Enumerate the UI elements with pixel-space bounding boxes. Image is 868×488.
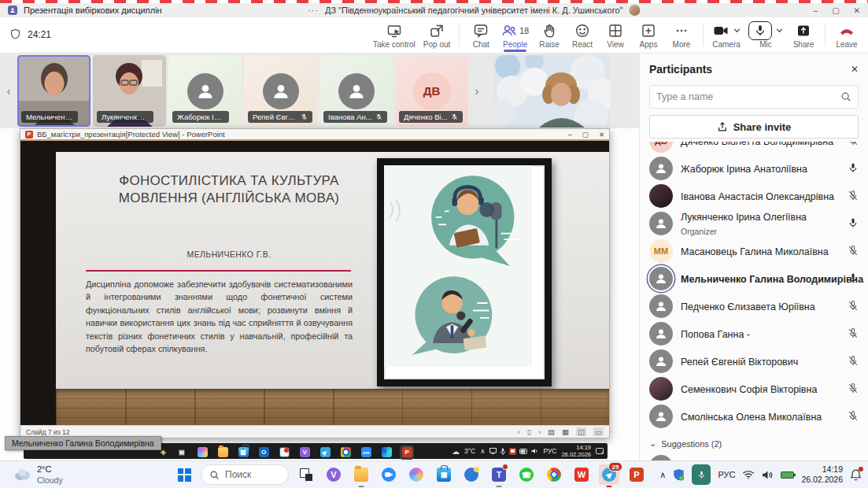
chat-button[interactable]: Chat — [464, 21, 497, 50]
taskbar-app-icon[interactable]: ☎ — [516, 464, 537, 485]
battery-icon[interactable] — [781, 471, 794, 479]
pop-out-button[interactable]: Pop out — [419, 21, 454, 50]
mic-muted-icon[interactable] — [848, 355, 859, 367]
mic-muted-icon[interactable] — [848, 327, 859, 339]
notifications-bell[interactable] — [850, 468, 862, 481]
self-video-tile[interactable] — [493, 55, 610, 128]
taskbar-app-icon[interactable] — [296, 464, 316, 485]
participant-row[interactable]: Жаборюк Ірина Анатоліївна — [640, 154, 868, 182]
participant-row[interactable]: Мельниченко Галина Володимирівна — [640, 264, 868, 292]
taskbar-app-icon[interactable]: ▦ — [434, 464, 454, 485]
taskbar-app-icon[interactable]: ▣ — [175, 445, 189, 460]
taskbar-app-icon[interactable] — [406, 464, 427, 485]
mic-on-icon[interactable] — [848, 217, 859, 229]
mic-muted-icon[interactable] — [848, 410, 859, 422]
taskbar-app-icon[interactable]: ▶ 25 — [599, 464, 619, 485]
tray-icons[interactable] — [489, 448, 538, 455]
taskbar-app-icon[interactable] — [338, 445, 353, 460]
participant-row[interactable]: Смолінська Олена Миколаївна — [640, 402, 868, 430]
people-button[interactable]: 18 People — [497, 21, 533, 50]
taskbar-app-icon[interactable]: zm — [359, 445, 373, 460]
security-shield-icon[interactable] — [673, 468, 685, 481]
taskbar-app-icon[interactable]: V — [323, 464, 344, 485]
mic-muted-icon[interactable] — [848, 142, 859, 146]
participant-search[interactable] — [649, 85, 859, 109]
taskbar-clock[interactable]: 14:19 26.02.2026 — [801, 464, 843, 485]
taskbar-app-icon[interactable]: T — [489, 464, 509, 485]
filmstrip-prev-icon[interactable]: ‹ — [0, 84, 17, 98]
powerpoint-window[interactable]: P ВБ_магістри_презентація[Protected View… — [20, 128, 610, 438]
participant-row[interactable]: Іванова Анастасія Олександрівна — [640, 182, 868, 209]
search-icon[interactable] — [840, 91, 851, 102]
mic-muted-icon[interactable] — [848, 190, 859, 201]
taskbar-app-icon[interactable]: P — [626, 464, 647, 485]
participant-row[interactable]: ДВ Дяченко Віолетта Володимирівна — [640, 142, 868, 154]
video-tile[interactable]: ДВ Дяченко Ві... — [395, 55, 468, 127]
volume-tray-icon[interactable] — [531, 448, 538, 454]
more-button[interactable]: More — [665, 21, 698, 50]
suggestion-row[interactable]: Трубіцина Ольга Михайлівна — [640, 453, 868, 460]
prev-comment-icon[interactable]: ‹ — [517, 427, 519, 436]
ppt-minimize-button[interactable]: – — [568, 131, 572, 139]
mic-on-icon[interactable] — [848, 272, 859, 284]
taskbar-app-icon[interactable] — [379, 445, 393, 460]
ppt-close-button[interactable]: ✕ — [599, 131, 604, 139]
wifi-icon[interactable] — [742, 470, 755, 479]
mic-dropdown-icon[interactable] — [776, 28, 783, 33]
close-button[interactable]: ✕ — [854, 6, 860, 15]
taskbar-app-icon[interactable] — [544, 464, 564, 485]
taskbar-search-input[interactable] — [225, 469, 280, 480]
taskbar-app-icon[interactable] — [195, 445, 209, 460]
start-button[interactable] — [175, 465, 194, 484]
taskbar-app-icon[interactable] — [277, 445, 291, 460]
taskbar-search[interactable] — [201, 464, 289, 485]
tray-language[interactable]: РУС — [543, 447, 556, 455]
taskbar-app-icon[interactable]: O — [257, 445, 271, 460]
mic-button[interactable]: Mic — [744, 21, 787, 50]
minimize-button[interactable]: – — [814, 6, 818, 15]
participant-row[interactable]: Попова Ганна - — [640, 320, 868, 347]
slideshow-view-icon[interactable]: ▭ — [593, 427, 604, 436]
mic-in-use-tray-icon[interactable] — [692, 464, 711, 485]
video-tile[interactable]: Іванова Ан... — [319, 55, 393, 127]
mic-muted-icon[interactable] — [848, 383, 859, 394]
notification-tray-icon[interactable] — [596, 447, 604, 455]
panel-close-icon[interactable]: ✕ — [851, 64, 859, 75]
participant-row[interactable]: Педченко Єлизавета Юріївна — [640, 292, 868, 320]
sorter-view-icon[interactable]: ▦ — [562, 427, 569, 436]
display-tray-icon[interactable] — [489, 448, 497, 454]
normal-view-icon[interactable]: ▤ — [548, 427, 555, 436]
camera-button[interactable]: Camera — [708, 21, 744, 50]
camera-dropdown-icon[interactable] — [733, 28, 741, 33]
participant-row[interactable]: ММ Масановець Галина Миколаївна — [640, 237, 868, 264]
share-invite-button[interactable]: Share invite — [649, 115, 859, 139]
maximize-button[interactable]: ▢ — [832, 6, 839, 15]
screenshot-tray-icon[interactable] — [509, 448, 516, 455]
leave-button[interactable]: Leave — [830, 21, 863, 50]
mic-muted-icon[interactable] — [848, 245, 859, 257]
mic-tray-icon[interactable] — [500, 448, 506, 455]
mic-active-outline[interactable] — [748, 21, 772, 40]
filmstrip-next-icon[interactable]: › — [468, 84, 486, 98]
react-button[interactable]: React — [566, 21, 599, 50]
weather-cloud-icon[interactable]: ☁ — [452, 447, 460, 456]
taskbar-app-icon[interactable] — [379, 464, 399, 485]
view-button[interactable]: View — [599, 21, 632, 50]
weather-widget[interactable]: 2°C Cloudy — [13, 464, 63, 485]
volume-icon[interactable] — [762, 470, 774, 480]
notes-icon[interactable]: ▯ — [527, 427, 531, 436]
more-options-icon[interactable]: ··· — [308, 6, 319, 15]
battery-tray-icon[interactable] — [519, 449, 528, 454]
tray-expand-icon[interactable]: ∧ — [480, 447, 485, 455]
taskbar-app-icon[interactable]: ▦ — [236, 445, 250, 460]
language-indicator[interactable]: РУС — [718, 470, 735, 479]
take-control-button[interactable]: Take control — [369, 21, 419, 50]
next-comment-icon[interactable]: › — [538, 427, 541, 436]
taskbar-app-icon[interactable]: ▶ — [318, 445, 332, 460]
taskbar-app-icon[interactable]: V — [297, 445, 312, 460]
reading-view-icon[interactable]: ◫ — [576, 427, 586, 436]
raise-hand-button[interactable]: Raise — [533, 21, 566, 50]
taskbar-app-icon[interactable] — [351, 464, 371, 485]
ppt-restore-button[interactable]: ▢ — [582, 131, 589, 139]
taskbar-app-icon[interactable] — [461, 464, 482, 485]
